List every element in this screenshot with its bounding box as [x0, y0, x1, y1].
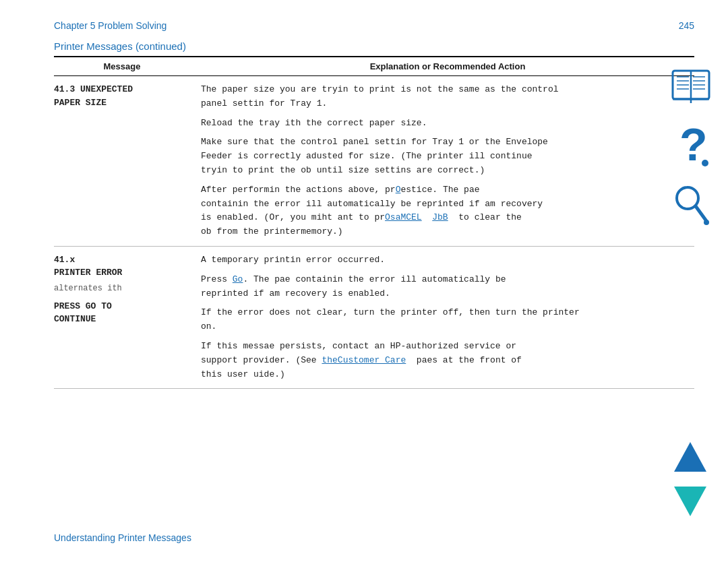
sidebar-icons: ? [667, 67, 715, 229]
svg-marker-17 [674, 487, 706, 516]
message-alt-note: alternates ith [54, 282, 190, 294]
arrow-icons [673, 439, 708, 522]
explanation-cell-2: A temporary printin error occurred. Pres… [195, 246, 694, 388]
content-table: Message Explanation or Recommended Actio… [54, 56, 694, 389]
go-link-2[interactable]: Go [233, 274, 243, 284]
section-title: Printer Messages (continued) [54, 40, 694, 52]
book-icon [667, 67, 715, 108]
message-text-1: 41.3 UNEXPECTEDPAPER SIZE [54, 84, 133, 108]
col-header-message: Message [54, 57, 195, 76]
customer-care-link[interactable]: theCustomer Care [322, 355, 406, 365]
cancel-link-1[interactable]: OsaMCEL [385, 212, 422, 222]
page-number: 245 [679, 20, 694, 31]
job-link-1[interactable]: JbB [432, 212, 448, 222]
footer-link[interactable]: Understanding Printer Messages [54, 532, 191, 543]
arrow-down-icon[interactable] [673, 484, 708, 522]
arrow-up-icon[interactable] [673, 439, 708, 477]
col-header-explanation: Explanation or Recommended Action [195, 57, 694, 76]
page-header: Chapter 5 Problem Solving 245 [54, 20, 694, 31]
table-header-row: Message Explanation or Recommended Actio… [54, 57, 694, 76]
exp-para-2-4: If this messae persists, contact an HP-a… [201, 340, 694, 381]
message-text-2b: PRESS GO TOCONTINUE [54, 300, 190, 326]
message-cell-2: 41.xPRINTER ERROR alternates ith PRESS G… [54, 246, 195, 388]
table-row: 41.xPRINTER ERROR alternates ith PRESS G… [54, 246, 694, 388]
question-icon: ? [673, 121, 710, 168]
chapter-title: Chapter 5 Problem Solving [54, 20, 166, 31]
page: Chapter 5 Problem Solving 245 Printer Me… [0, 0, 728, 562]
svg-line-14 [696, 206, 706, 221]
svg-point-15 [704, 220, 709, 225]
message-text-2a: 41.xPRINTER ERROR [54, 253, 190, 280]
exp-para-1-3: Make sure that the control panel settin … [201, 135, 694, 177]
exp-para-1-1: The paper size you are tryin to print is… [201, 83, 694, 111]
table-row: 41.3 UNEXPECTEDPAPER SIZE The paper size… [54, 76, 694, 247]
go-link-1[interactable]: O [396, 185, 401, 195]
exp-para-2-2: Press Go. The pae containin the error il… [201, 273, 694, 301]
svg-marker-16 [674, 442, 706, 472]
exp-para-1-4: After performin the actions above, prOes… [201, 183, 694, 239]
exp-para-2-3: If the error does not clear, turn the pr… [201, 306, 694, 334]
exp-para-1-2: Reload the tray ith the correct paper si… [201, 117, 694, 131]
explanation-cell-1: The paper size you are tryin to print is… [195, 76, 694, 247]
magnifier-icon [673, 182, 710, 229]
exp-para-2-1: A temporary printin error occurred. [201, 253, 694, 268]
svg-point-12 [702, 160, 708, 166]
message-cell-1: 41.3 UNEXPECTEDPAPER SIZE [54, 76, 195, 247]
